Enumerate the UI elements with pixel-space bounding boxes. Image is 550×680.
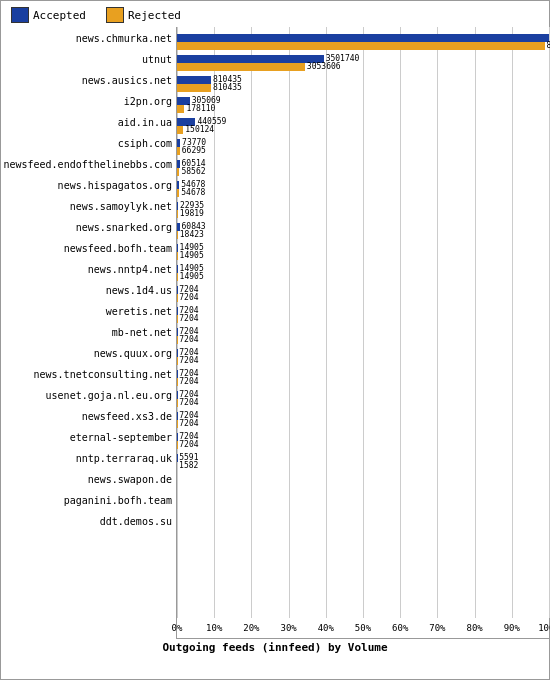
- bar-accepted: [177, 265, 178, 273]
- bar-rejected-label: 18423: [180, 231, 204, 239]
- table-row: 1490514905: [177, 241, 549, 262]
- bar-rejected: [177, 189, 179, 197]
- legend-accepted: Accepted: [11, 7, 86, 23]
- y-label: usenet.goja.nl.eu.org: [46, 389, 172, 400]
- bar-rejected: [177, 42, 545, 50]
- x-axis: 0%10%20%30%40%50%60%70%80%90%100%: [177, 618, 549, 638]
- bar-accepted: [177, 160, 180, 168]
- bar-accepted: [177, 55, 324, 63]
- legend-rejected: Rejected: [106, 7, 181, 23]
- y-axis: news.chmurka.netutnutnews.ausics.neti2pn…: [1, 27, 176, 639]
- bar-rejected-label: 54678: [181, 189, 205, 197]
- chart-plot-area: 8883244877850735017403053606810435810435…: [176, 27, 549, 639]
- y-label: weretis.net: [106, 305, 172, 316]
- y-label: news.tnetconsulting.net: [34, 368, 172, 379]
- legend: Accepted Rejected: [1, 1, 549, 27]
- table-row: 72047204: [177, 325, 549, 346]
- bar-rejected-label: 7204: [179, 357, 198, 365]
- table-row: 88832448778507: [177, 31, 549, 52]
- table-row: 440559150124: [177, 115, 549, 136]
- bar-rejected: [177, 210, 178, 218]
- bar-rejected-label: 19819: [180, 210, 204, 218]
- bar-rejected-label: 7204: [179, 336, 198, 344]
- y-label: news.1d4.us: [106, 284, 172, 295]
- table-row: [177, 514, 549, 535]
- bar-rejected: [177, 63, 305, 71]
- table-row: 1490514905: [177, 262, 549, 283]
- bar-rejected: [177, 252, 178, 260]
- table-row: 2293519819: [177, 199, 549, 220]
- bar-rejected-label: 178110: [186, 105, 215, 113]
- bar-accepted: [177, 76, 211, 84]
- y-label: utnut: [142, 53, 172, 64]
- bar-accepted: [177, 244, 178, 252]
- y-label: paganini.bofh.team: [64, 494, 172, 505]
- bar-rejected-label: 66295: [182, 147, 206, 155]
- table-row: 72047204: [177, 283, 549, 304]
- bar-rejected: [177, 273, 178, 281]
- bar-rejected: [177, 105, 184, 113]
- bar-rejected-label: 810435: [213, 84, 242, 92]
- bar-rejected-label: 8778507: [547, 42, 550, 50]
- y-label: news.chmurka.net: [76, 32, 172, 43]
- y-label: news.swapon.de: [88, 473, 172, 484]
- bar-rejected-label: 7204: [179, 315, 198, 323]
- bar-rejected-label: 14905: [180, 273, 204, 281]
- y-label: eternal-september: [70, 431, 172, 442]
- bar-accepted: [177, 202, 178, 210]
- accepted-label: Accepted: [33, 9, 86, 22]
- bar-rejected-label: 150124: [185, 126, 214, 134]
- y-label: newsfeed.endofthelinebbs.com: [3, 158, 172, 169]
- table-row: 6051458562: [177, 157, 549, 178]
- bar-accepted: [177, 139, 180, 147]
- y-label: news.nntp4.net: [88, 263, 172, 274]
- table-row: 7377066295: [177, 136, 549, 157]
- chart-container: Accepted Rejected news.chmurka.netutnutn…: [0, 0, 550, 680]
- table-row: 35017403053606: [177, 52, 549, 73]
- y-label: mb-net.net: [112, 326, 172, 337]
- table-row: 72047204: [177, 346, 549, 367]
- bar-rejected-label: 7204: [179, 294, 198, 302]
- table-row: 72047204: [177, 388, 549, 409]
- y-label: ddt.demos.su: [100, 515, 172, 526]
- rejected-label: Rejected: [128, 9, 181, 22]
- bar-rejected: [177, 231, 178, 239]
- y-label: i2pn.org: [124, 95, 172, 106]
- bar-rejected-label: 7204: [179, 399, 198, 407]
- bar-rejected-label: 7204: [179, 441, 198, 449]
- table-row: 6084318423: [177, 220, 549, 241]
- chart-title: Outgoing feeds (innfeed) by Volume: [1, 641, 549, 654]
- bar-rejected: [177, 147, 180, 155]
- y-label: csiph.com: [118, 137, 172, 148]
- rejected-color-box: [106, 7, 124, 23]
- bar-rejected-label: 7204: [179, 378, 198, 386]
- y-label: news.samoylyk.net: [70, 200, 172, 211]
- bar-rejected: [177, 126, 183, 134]
- bar-accepted: [177, 181, 179, 189]
- table-row: 72047204: [177, 430, 549, 451]
- bar-accepted: [177, 34, 549, 42]
- accepted-color-box: [11, 7, 29, 23]
- bar-rejected-label: 7204: [179, 420, 198, 428]
- y-label: news.quux.org: [94, 347, 172, 358]
- table-row: 5467854678: [177, 178, 549, 199]
- y-label: news.snarked.org: [76, 221, 172, 232]
- bar-rejected-label: 14905: [180, 252, 204, 260]
- y-label: aid.in.ua: [118, 116, 172, 127]
- table-row: 72047204: [177, 409, 549, 430]
- y-label: nntp.terraraq.uk: [76, 452, 172, 463]
- bar-rejected-label: 58562: [181, 168, 205, 176]
- table-row: 72047204: [177, 304, 549, 325]
- bar-rejected: [177, 84, 211, 92]
- table-row: [177, 493, 549, 514]
- y-label: newsfeed.bofh.team: [64, 242, 172, 253]
- table-row: 72047204: [177, 367, 549, 388]
- bar-rejected-label: 1582: [179, 462, 198, 470]
- y-label: news.hispagatos.org: [58, 179, 172, 190]
- y-label: news.ausics.net: [82, 74, 172, 85]
- table-row: 305069178110: [177, 94, 549, 115]
- table-row: 810435810435: [177, 73, 549, 94]
- table-row: [177, 472, 549, 493]
- bar-rejected-label: 3053606: [307, 63, 341, 71]
- y-label: newsfeed.xs3.de: [82, 410, 172, 421]
